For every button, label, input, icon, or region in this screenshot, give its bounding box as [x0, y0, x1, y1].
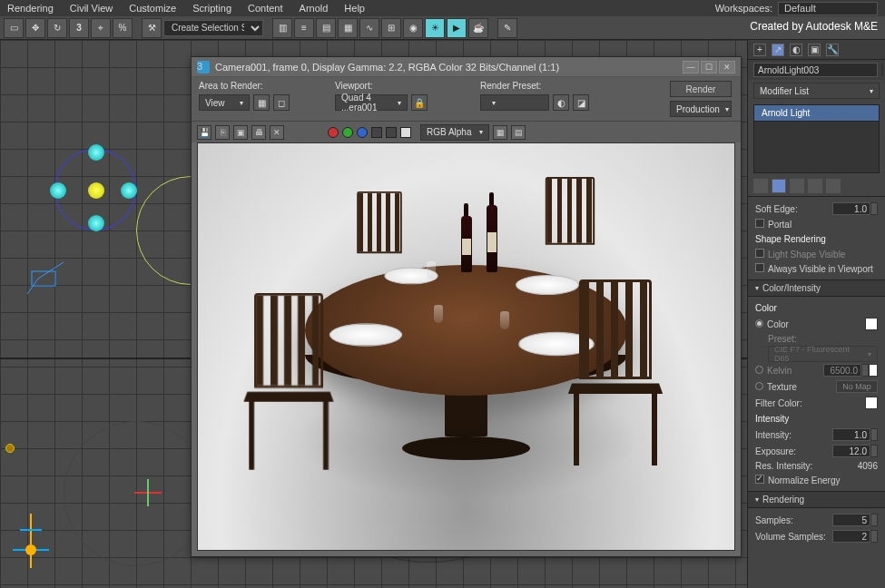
align-icon[interactable]: ≡ — [294, 18, 314, 38]
curve-editor-icon[interactable]: ∿ — [359, 18, 379, 38]
samples-spinner[interactable] — [870, 514, 878, 526]
kelvin-label: Kelvin — [767, 366, 792, 376]
move-icon[interactable]: ✥ — [25, 18, 45, 38]
render-frame-icon[interactable]: ▶ — [447, 18, 467, 38]
blue-channel-icon[interactable] — [357, 127, 368, 138]
kelvin-radio[interactable] — [755, 366, 763, 374]
intensity-input[interactable]: 1.0 — [832, 428, 870, 441]
scene-explorer-icon[interactable]: ▦ — [338, 18, 358, 38]
light-gizmo-top[interactable] — [54, 149, 136, 230]
hammer-icon[interactable]: ⚒ — [142, 18, 162, 38]
selection-marker-icon[interactable] — [5, 444, 15, 453]
rollout-color-intensity[interactable]: Color/Intensity — [748, 279, 885, 296]
modifier-stack[interactable]: Arnold Light — [753, 104, 880, 173]
layer-icon[interactable]: ▤ — [316, 18, 336, 38]
display-tab-icon[interactable]: 🔧 — [826, 44, 839, 56]
teapot-icon[interactable]: ☕ — [468, 18, 488, 38]
channel-select[interactable]: RGB Alpha — [420, 124, 489, 141]
filter-color-swatch[interactable] — [865, 397, 878, 409]
always-visible-checkbox[interactable] — [755, 263, 764, 272]
toggle-ui-icon[interactable]: ▤ — [511, 125, 526, 140]
render-frame-window[interactable]: 3 Camera001, frame 0, Display Gamma: 2.2… — [191, 56, 742, 557]
hierarchy-tab-icon[interactable]: ◐ — [790, 44, 802, 56]
motion-tab-icon[interactable]: ▣ — [808, 44, 821, 56]
snap-icon[interactable]: ⌖ — [91, 18, 111, 38]
scale-icon[interactable]: 3 — [69, 18, 89, 38]
make-unique-icon[interactable] — [790, 179, 804, 193]
mono-channel-icon[interactable] — [386, 127, 397, 138]
show-end-result-icon[interactable] — [772, 179, 786, 193]
mirror-icon[interactable]: ▥ — [272, 18, 292, 38]
viewport-select[interactable]: Quad 4 ...era001 — [335, 94, 408, 111]
lock-icon[interactable]: 🔒 — [411, 94, 428, 111]
select-icon[interactable]: ▭ — [4, 18, 24, 38]
menu-content[interactable]: Content — [248, 3, 283, 14]
rgb-channel-icon[interactable] — [400, 127, 411, 138]
modifier-list-dropdown[interactable]: Modifier List — [753, 83, 880, 99]
menu-civil-view[interactable]: Civil View — [70, 3, 113, 14]
soft-edge-spinner[interactable] — [870, 202, 878, 215]
pin-stack-icon[interactable] — [753, 179, 768, 193]
light-gizmo-bottom[interactable] — [64, 421, 209, 566]
green-channel-icon[interactable] — [342, 127, 353, 138]
menu-customize[interactable]: Customize — [129, 3, 176, 14]
percent-icon[interactable]: % — [113, 18, 133, 38]
workspace-select[interactable] — [778, 2, 878, 15]
normalize-checkbox[interactable] — [755, 475, 764, 484]
schematic-icon[interactable]: ⊞ — [381, 18, 401, 38]
portal-checkbox[interactable] — [755, 219, 764, 228]
rotate-icon[interactable]: ↻ — [47, 18, 67, 38]
soft-edge-input[interactable]: 1.0 — [832, 202, 870, 215]
brush-icon[interactable]: ✎ — [497, 18, 517, 38]
stack-arnold-light[interactable]: Arnold Light — [754, 105, 879, 122]
vol-samples-spinner[interactable] — [870, 530, 878, 543]
menu-scripting[interactable]: Scripting — [192, 3, 231, 14]
selection-set-dropdown[interactable]: Create Selection Se — [163, 20, 263, 36]
area-to-render-select[interactable]: View — [199, 94, 250, 111]
material-editor-icon[interactable]: ◉ — [403, 18, 423, 38]
clear-icon[interactable]: ✕ — [270, 125, 284, 140]
alpha-channel-icon[interactable] — [371, 127, 382, 138]
camera-gizmo[interactable] — [27, 258, 73, 303]
copy-image-icon[interactable]: ⎘ — [215, 125, 230, 140]
render-setup-icon[interactable]: ☀ — [425, 18, 445, 38]
color-swatch[interactable] — [865, 318, 878, 330]
object-color-swatch[interactable] — [881, 64, 883, 76]
remove-modifier-icon[interactable] — [808, 179, 822, 193]
region-icon[interactable]: ▦ — [253, 94, 270, 111]
menu-arnold[interactable]: Arnold — [300, 3, 329, 14]
menu-help[interactable]: Help — [344, 3, 365, 14]
production-select[interactable]: Production — [670, 101, 732, 117]
crop-icon[interactable]: ◻ — [273, 94, 290, 111]
clone-icon[interactable]: ▣ — [233, 125, 248, 140]
create-tab-icon[interactable]: + — [753, 44, 766, 56]
texture-nomap-button[interactable]: No Map — [836, 380, 878, 393]
render-preset-select[interactable] — [480, 94, 549, 111]
object-name-input[interactable] — [753, 63, 878, 77]
render-output-viewport[interactable] — [197, 142, 735, 551]
samples-input[interactable]: 5 — [832, 514, 870, 526]
rollout-rendering[interactable]: Rendering — [748, 491, 885, 507]
close-button[interactable]: ✕ — [719, 61, 735, 74]
vol-samples-input[interactable]: 2 — [832, 530, 870, 543]
toggle-overlay-icon[interactable]: ▦ — [493, 125, 507, 140]
environment-icon[interactable]: ◐ — [553, 94, 569, 111]
exposure-input[interactable]: 12.0 — [832, 445, 870, 457]
effects-icon[interactable]: ◪ — [573, 94, 589, 111]
color-radio[interactable] — [755, 319, 763, 328]
intensity-spinner[interactable] — [870, 428, 878, 441]
texture-radio[interactable] — [755, 382, 763, 390]
minimize-button[interactable]: — — [683, 61, 699, 74]
maximize-button[interactable]: ☐ — [701, 61, 717, 74]
save-image-icon[interactable]: 💾 — [197, 125, 211, 140]
svg-point-1 — [25, 544, 36, 555]
modify-tab-icon[interactable]: ↗ — [772, 44, 784, 56]
red-channel-icon[interactable] — [328, 127, 339, 138]
exposure-spinner[interactable] — [870, 445, 878, 457]
print-icon[interactable]: 🖶 — [251, 125, 266, 140]
configure-sets-icon[interactable] — [826, 179, 841, 193]
menu-rendering[interactable]: Rendering — [7, 3, 54, 14]
render-button[interactable]: Render — [670, 81, 732, 97]
intensity-label: Intensity: — [755, 430, 792, 440]
kelvin-swatch — [869, 364, 878, 377]
